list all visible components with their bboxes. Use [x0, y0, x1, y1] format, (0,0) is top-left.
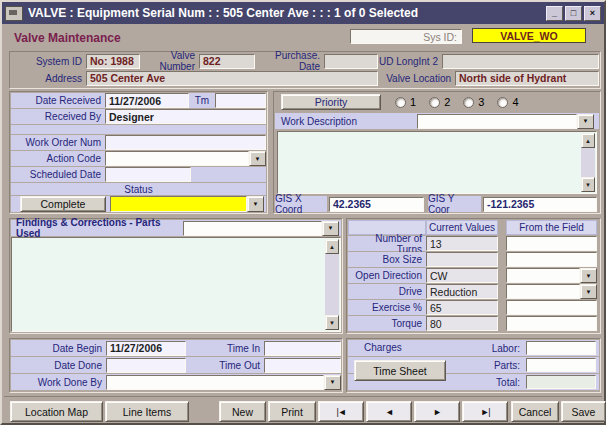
gis-y-field[interactable]: -121.2365 — [483, 197, 597, 212]
valve-number-label: Valve Number — [140, 50, 199, 72]
scroll-up-icon[interactable]: ▲ — [581, 133, 595, 148]
priority-option-4[interactable]: 4 — [497, 96, 518, 108]
nav-previous-button[interactable]: ◄ — [366, 401, 412, 422]
scheduled-date-label: Scheduled Date — [11, 169, 105, 180]
scrollbar[interactable]: ▲ ▼ — [325, 239, 339, 330]
action-code-dropdown[interactable]: ▼ — [105, 151, 266, 166]
save-button[interactable]: Save — [561, 401, 606, 422]
valve-location-value[interactable]: North side of Hydrant — [455, 71, 599, 86]
chevron-down-icon[interactable]: ▼ — [324, 375, 341, 390]
scroll-down-icon[interactable]: ▼ — [581, 177, 595, 192]
new-button[interactable]: New — [219, 401, 266, 422]
box-size-field[interactable] — [506, 252, 597, 267]
torque-field[interactable] — [506, 316, 597, 331]
radio-icon[interactable] — [395, 97, 406, 108]
scrollbar[interactable]: ▲ ▼ — [581, 133, 595, 192]
open-direction-current[interactable]: CW — [426, 268, 498, 283]
print-button[interactable]: Print — [268, 401, 316, 422]
status-value — [110, 196, 247, 212]
status-row: Status — [11, 183, 266, 195]
drive-label: Drive — [348, 284, 426, 299]
work-order-row: Work Order Num — [11, 135, 266, 150]
exercise-pct-field[interactable] — [506, 300, 597, 315]
chevron-down-icon[interactable]: ▼ — [249, 151, 266, 166]
chevron-down-icon[interactable]: ▼ — [577, 114, 594, 129]
date-begin-field[interactable]: 11/27/2006 — [106, 341, 186, 356]
time-out-label: Time Out — [196, 360, 264, 371]
sys-id-value[interactable]: VALVE_WO — [472, 28, 586, 43]
open-direction-dropdown[interactable]: ▼ — [506, 268, 597, 283]
purchase-date-label: Purchase. Date — [255, 50, 324, 72]
box-size-label: Box Size — [348, 252, 426, 267]
findings-dropdown[interactable]: ▼ — [183, 221, 339, 236]
chevron-down-icon[interactable]: ▼ — [247, 196, 264, 212]
priority-option-1[interactable]: 1 — [395, 96, 416, 108]
maximize-icon[interactable]: □ — [565, 6, 582, 21]
exercise-pct-current[interactable]: 65 — [426, 300, 498, 315]
radio-icon[interactable] — [497, 97, 508, 108]
scheduled-date-field[interactable] — [105, 167, 191, 182]
valve-window: VALVE : Equipment Serial Num : : 505 Cen… — [0, 0, 606, 425]
nav-last-button[interactable]: ►| — [462, 401, 508, 422]
priority-option-2[interactable]: 2 — [429, 96, 450, 108]
work-done-by-label: Work Done By — [11, 377, 106, 388]
nav-first-button[interactable]: |◄ — [318, 401, 364, 422]
line-items-button[interactable]: Line Items — [105, 401, 189, 422]
system-id-value[interactable]: No: 1988 — [86, 54, 140, 69]
chevron-down-icon[interactable]: ▼ — [580, 268, 597, 283]
number-of-turns-current[interactable]: 13 — [426, 236, 498, 251]
work-description-textarea[interactable]: ▲ ▼ — [277, 131, 597, 194]
cancel-button[interactable]: Cancel — [511, 401, 559, 422]
valve-number-value[interactable]: 822 — [199, 54, 255, 69]
torque-current[interactable]: 80 — [426, 316, 498, 331]
total-field[interactable] — [526, 375, 596, 389]
date-received-field[interactable]: 11/27/2006 — [105, 93, 189, 108]
box-size-current[interactable] — [426, 252, 498, 267]
received-by-row: Received By Designer — [11, 109, 266, 124]
radio-icon[interactable] — [463, 97, 474, 108]
parts-field[interactable] — [526, 358, 596, 372]
work-description-dropdown[interactable]: ▼ — [417, 114, 594, 129]
close-icon[interactable]: × — [584, 6, 601, 21]
priority-button[interactable]: Priority — [281, 94, 381, 110]
time-sheet-button[interactable]: Time Sheet — [354, 360, 446, 381]
address-value[interactable]: 505 Center Ave — [86, 71, 378, 86]
time-out-field[interactable] — [264, 358, 341, 373]
location-map-button[interactable]: Location Map — [10, 401, 103, 422]
received-by-field[interactable]: Designer — [105, 109, 266, 124]
tm-field[interactable] — [215, 93, 266, 108]
chevron-down-icon[interactable]: ▼ — [580, 284, 597, 299]
drive-current[interactable]: Reduction — [426, 284, 498, 299]
drive-field — [506, 284, 580, 299]
nav-next-button[interactable]: ► — [414, 401, 460, 422]
gis-row: GIS X Coord 42.2365 GIS Y Coor -121.2365 — [275, 196, 599, 212]
findings-textarea[interactable]: ▲ ▼ — [11, 237, 341, 332]
chevron-down-icon[interactable]: ▼ — [322, 221, 339, 236]
labor-field[interactable] — [526, 341, 596, 355]
gis-x-field[interactable]: 42.2365 — [329, 197, 424, 212]
work-done-by-dropdown[interactable]: ▼ — [106, 375, 341, 390]
spacer-row — [11, 125, 266, 134]
priority-option-3[interactable]: 3 — [463, 96, 484, 108]
work-done-by-value — [106, 375, 324, 390]
purchase-date-value[interactable] — [324, 54, 378, 69]
scroll-down-icon[interactable]: ▼ — [325, 315, 339, 330]
priority-1-label: 1 — [410, 96, 416, 108]
drive-dropdown[interactable]: ▼ — [506, 284, 597, 299]
minimize-icon[interactable]: _ — [546, 6, 563, 21]
info-row: System ID No: 1988 Valve Number 822 Purc… — [11, 53, 599, 69]
complete-button[interactable]: Complete — [20, 196, 106, 212]
action-code-row: Action Code ▼ — [11, 151, 266, 166]
status-dropdown[interactable]: ▼ — [110, 196, 264, 212]
scroll-up-icon[interactable]: ▲ — [325, 239, 339, 254]
radio-icon[interactable] — [429, 97, 440, 108]
time-in-field[interactable] — [264, 341, 341, 356]
maintenance-panel: Date Received 11/27/2006 Tm Received By … — [9, 91, 268, 214]
status-label: Status — [124, 184, 152, 195]
work-order-num-field[interactable] — [105, 135, 266, 150]
torque-label: Torque — [348, 316, 426, 331]
date-done-field[interactable] — [106, 358, 186, 373]
sys-id-field[interactable]: Sys ID: — [350, 29, 462, 44]
number-of-turns-field[interactable] — [506, 236, 597, 251]
ud-longint2-value[interactable] — [442, 54, 599, 69]
